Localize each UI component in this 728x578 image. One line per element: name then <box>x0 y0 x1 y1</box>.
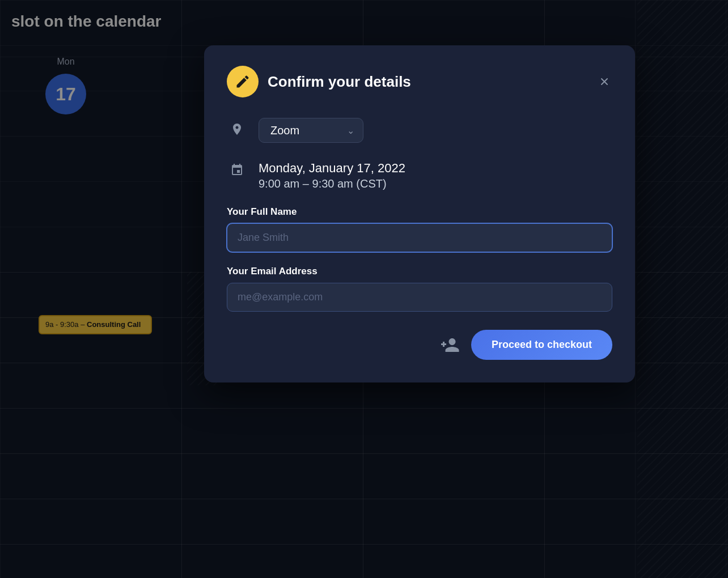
proceed-to-checkout-button[interactable]: Proceed to checkout <box>471 330 612 360</box>
calendar-icon-wrapper <box>227 160 247 180</box>
modal-header: Confirm your details <box>227 66 612 97</box>
date-text: Monday, January 17, 2022 <box>259 159 405 177</box>
modal-header-left: Confirm your details <box>227 66 411 97</box>
confirm-details-modal: Confirm your details Zoom Google Meet Ph… <box>204 45 635 382</box>
calendar-icon <box>230 163 244 177</box>
datetime-row: Monday, January 17, 2022 9:00 am – 9:30 … <box>227 159 612 190</box>
close-button[interactable] <box>596 74 612 90</box>
datetime-text: Monday, January 17, 2022 9:00 am – 9:30 … <box>259 159 405 190</box>
edit-icon <box>235 74 251 90</box>
modal-footer: Proceed to checkout <box>227 330 612 360</box>
time-text: 9:00 am – 9:30 am (CST) <box>259 177 405 190</box>
close-icon <box>599 76 610 87</box>
full-name-field-container: Your Full Name <box>227 206 612 266</box>
add-guest-button[interactable] <box>439 335 460 355</box>
location-row: Zoom Google Meet Phone Call In Person ⌄ <box>227 118 612 143</box>
location-select[interactable]: Zoom Google Meet Phone Call In Person <box>259 118 363 143</box>
add-person-icon <box>439 335 460 355</box>
location-icon-wrapper <box>227 119 247 139</box>
full-name-label: Your Full Name <box>227 206 612 218</box>
email-input[interactable] <box>227 283 612 312</box>
modal-icon <box>227 66 259 97</box>
location-pin-icon <box>230 122 244 136</box>
modal-title: Confirm your details <box>268 73 411 91</box>
full-name-input[interactable] <box>227 223 612 252</box>
location-dropdown[interactable]: Zoom Google Meet Phone Call In Person ⌄ <box>259 118 363 143</box>
email-label: Your Email Address <box>227 266 612 277</box>
email-field-container: Your Email Address <box>227 266 612 325</box>
